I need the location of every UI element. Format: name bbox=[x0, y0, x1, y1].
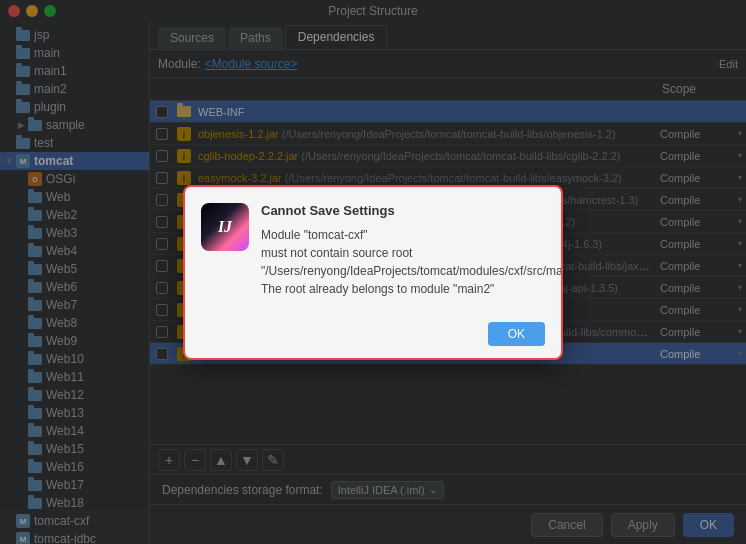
error-text-area: Cannot Save Settings Module "tomcat-cxf"… bbox=[261, 203, 563, 298]
error-body: Module "tomcat-cxf" must not contain sou… bbox=[261, 226, 563, 298]
error-dialog-content: IJ Cannot Save Settings Module "tomcat-c… bbox=[185, 187, 561, 314]
error-line4: The root already belongs to module "main… bbox=[261, 282, 494, 296]
modal-overlay: IJ Cannot Save Settings Module "tomcat-c… bbox=[0, 0, 746, 544]
error-ok-button[interactable]: OK bbox=[488, 322, 545, 346]
main-window: Project Structure jsp main main1 main2 bbox=[0, 0, 746, 544]
error-dialog: IJ Cannot Save Settings Module "tomcat-c… bbox=[183, 185, 563, 360]
error-line1: Module "tomcat-cxf" bbox=[261, 228, 368, 242]
error-dialog-footer: OK bbox=[185, 314, 561, 358]
error-title: Cannot Save Settings bbox=[261, 203, 563, 218]
error-line3: "/Users/renyong/IdeaProjects/tomcat/modu… bbox=[261, 264, 563, 278]
intellij-logo: IJ bbox=[201, 203, 249, 251]
error-line2: must not contain source root bbox=[261, 246, 412, 260]
